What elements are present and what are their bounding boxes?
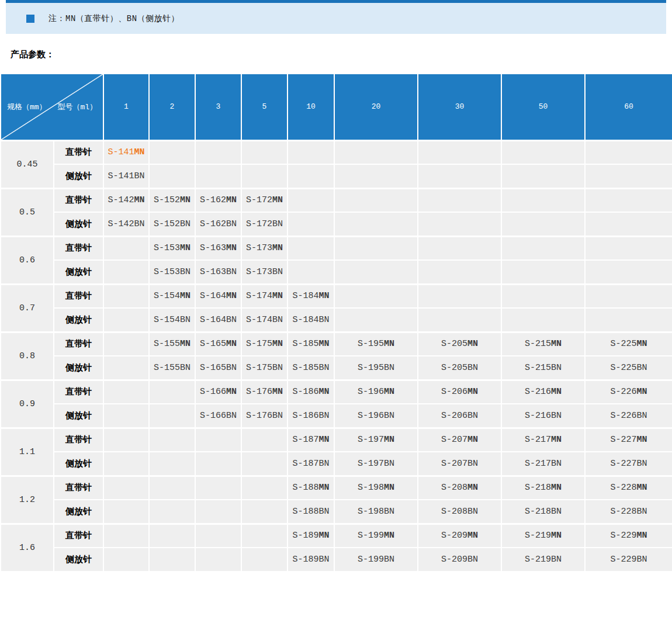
empty-cell bbox=[149, 380, 195, 404]
model-cell: S-228MN bbox=[585, 476, 672, 500]
empty-cell bbox=[287, 260, 334, 284]
table-row-bn: 侧放针S-154BNS-164BNS-174BNS-184BN bbox=[1, 308, 672, 332]
note-bullet-square-icon bbox=[26, 15, 34, 23]
empty-cell bbox=[418, 212, 501, 236]
model-link-highlight[interactable]: S-141MN bbox=[103, 140, 149, 164]
empty-cell bbox=[149, 428, 195, 452]
empty-cell bbox=[418, 188, 501, 212]
model-cell: S-164BN bbox=[195, 308, 241, 332]
row-type-label-bn: 侧放针 bbox=[54, 404, 103, 428]
empty-cell bbox=[585, 140, 672, 164]
product-parameters-table: 规格（mm） 型号（ml） 1 2 3 5 10 20 30 50 60 0.4… bbox=[0, 73, 672, 572]
empty-cell bbox=[103, 284, 149, 308]
model-cell: S-205MN bbox=[418, 332, 501, 356]
empty-cell bbox=[585, 284, 672, 308]
empty-cell bbox=[195, 476, 241, 500]
empty-cell bbox=[103, 332, 149, 356]
model-cell: S-218MN bbox=[501, 476, 585, 500]
empty-cell bbox=[287, 164, 334, 188]
table-row-bn: 侧放针S-153BNS-163BNS-173BN bbox=[1, 260, 672, 284]
row-type-label-bn: 侧放针 bbox=[54, 500, 103, 524]
empty-cell bbox=[418, 260, 501, 284]
empty-cell bbox=[418, 236, 501, 260]
empty-cell bbox=[103, 308, 149, 332]
table-row-mn: 0.8直带针S-155MNS-165MNS-175MNS-185MNS-195M… bbox=[1, 332, 672, 356]
empty-cell bbox=[334, 212, 418, 236]
model-cell: S-205BN bbox=[418, 356, 501, 380]
empty-cell bbox=[501, 140, 585, 164]
model-cell: S-188BN bbox=[287, 500, 334, 524]
row-type-label-mn: 直带针 bbox=[54, 284, 103, 308]
model-cell: S-166BN bbox=[195, 404, 241, 428]
model-cell: S-225BN bbox=[585, 356, 672, 380]
model-cell: S-229BN bbox=[585, 548, 672, 572]
model-cell: S-162MN bbox=[195, 188, 241, 212]
column-header-3ml: 3 bbox=[195, 74, 241, 140]
model-cell: S-189MN bbox=[287, 524, 334, 548]
model-cell: S-195MN bbox=[334, 332, 418, 356]
model-cell: S-226MN bbox=[585, 380, 672, 404]
row-type-label-mn: 直带针 bbox=[54, 380, 103, 404]
model-cell: S-217BN bbox=[501, 452, 585, 476]
model-cell: S-186MN bbox=[287, 380, 334, 404]
table-row-mn: 0.5直带针S-142MNS-152MNS-162MNS-172MN bbox=[1, 188, 672, 212]
model-cell: S-226BN bbox=[585, 404, 672, 428]
empty-cell bbox=[501, 188, 585, 212]
spec-cell: 0.45 bbox=[1, 140, 54, 188]
model-cell: S-185BN bbox=[287, 356, 334, 380]
table-row-bn: 侧放针S-155BNS-165BNS-175BNS-185BNS-195BNS-… bbox=[1, 356, 672, 380]
empty-cell bbox=[195, 548, 241, 572]
empty-cell bbox=[334, 260, 418, 284]
model-cell: S-215BN bbox=[501, 356, 585, 380]
row-type-label-mn: 直带针 bbox=[54, 332, 103, 356]
column-header-60ml: 60 bbox=[585, 74, 672, 140]
empty-cell bbox=[241, 140, 287, 164]
model-cell: S-153BN bbox=[149, 260, 195, 284]
model-cell: S-141BN bbox=[103, 164, 149, 188]
table-row-mn: 0.9直带针S-166MNS-176MNS-186MNS-196MNS-206M… bbox=[1, 380, 672, 404]
model-cell: S-198BN bbox=[334, 500, 418, 524]
table-row-bn: 侧放针S-188BNS-198BNS-208BNS-218BNS-228BN bbox=[1, 500, 672, 524]
empty-cell bbox=[149, 500, 195, 524]
empty-cell bbox=[418, 308, 501, 332]
empty-cell bbox=[501, 212, 585, 236]
model-cell: S-162BN bbox=[195, 212, 241, 236]
model-cell: S-172MN bbox=[241, 188, 287, 212]
model-cell: S-154MN bbox=[149, 284, 195, 308]
empty-cell bbox=[585, 308, 672, 332]
model-cell: S-215MN bbox=[501, 332, 585, 356]
empty-cell bbox=[103, 476, 149, 500]
model-cell: S-206MN bbox=[418, 380, 501, 404]
model-cell: S-152BN bbox=[149, 212, 195, 236]
row-type-label-mn: 直带针 bbox=[54, 524, 103, 548]
model-cell: S-175BN bbox=[241, 356, 287, 380]
model-cell: S-216MN bbox=[501, 380, 585, 404]
empty-cell bbox=[103, 236, 149, 260]
empty-cell bbox=[241, 548, 287, 572]
model-cell: S-155MN bbox=[149, 332, 195, 356]
empty-cell bbox=[585, 260, 672, 284]
model-cell: S-195BN bbox=[334, 356, 418, 380]
header-row: 规格（mm） 型号（ml） 1 2 3 5 10 20 30 50 60 bbox=[1, 74, 672, 140]
empty-cell bbox=[501, 284, 585, 308]
empty-cell bbox=[501, 308, 585, 332]
model-cell: S-164MN bbox=[195, 284, 241, 308]
model-cell: S-155BN bbox=[149, 356, 195, 380]
empty-cell bbox=[195, 428, 241, 452]
row-type-label-mn: 直带针 bbox=[54, 188, 103, 212]
model-cell: S-172BN bbox=[241, 212, 287, 236]
empty-cell bbox=[501, 260, 585, 284]
row-type-label-mn: 直带针 bbox=[54, 428, 103, 452]
model-cell: S-165BN bbox=[195, 356, 241, 380]
empty-cell bbox=[149, 164, 195, 188]
model-cell: S-174MN bbox=[241, 284, 287, 308]
note-banner: 注：MN（直带针）、BN（侧放针） bbox=[6, 3, 666, 34]
row-type-label-mn: 直带针 bbox=[54, 236, 103, 260]
empty-cell bbox=[103, 404, 149, 428]
empty-cell bbox=[149, 140, 195, 164]
model-cell: S-184BN bbox=[287, 308, 334, 332]
empty-cell bbox=[149, 404, 195, 428]
model-cell: S-189BN bbox=[287, 548, 334, 572]
row-type-label-bn: 侧放针 bbox=[54, 548, 103, 572]
spec-cell: 0.7 bbox=[1, 284, 54, 332]
